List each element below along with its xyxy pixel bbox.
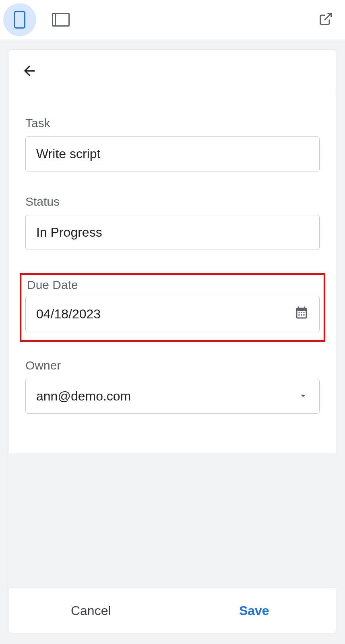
phone-icon [14,11,25,29]
device-toolbar [0,0,345,39]
task-field: Task Write script [25,116,320,171]
due-date-field-highlighted: Due Date 04/18/2023 [20,273,325,342]
due-date-input[interactable]: 04/18/2023 [25,296,320,332]
task-value: Write script [36,147,100,161]
owner-value: ann@demo.com [36,389,131,404]
toolbar-right-group [318,12,333,28]
app-header [9,50,336,92]
cancel-button[interactable]: Cancel [9,588,173,634]
status-field: Status In Progress [25,195,320,250]
footer-actions: Cancel Save [9,588,336,634]
owner-label: Owner [25,359,320,372]
task-input[interactable]: Write script [25,136,320,171]
owner-select[interactable]: ann@demo.com [25,379,320,414]
form-body: Task Write script Status In Progress Due… [9,92,336,453]
phone-view-button[interactable] [3,3,36,36]
task-label: Task [25,116,320,130]
chevron-down-icon [297,390,309,403]
spacer [9,453,336,588]
tablet-icon [52,13,70,27]
due-date-value: 04/18/2023 [36,307,101,322]
due-date-label: Due Date [27,278,320,292]
phone-screen: Task Write script Status In Progress Due… [9,50,336,634]
toolbar-left-group [3,3,77,36]
open-external-button[interactable] [318,12,333,28]
save-button[interactable]: Save [173,588,336,634]
svg-line-0 [324,14,331,21]
owner-field: Owner ann@demo.com [25,359,320,414]
back-button[interactable] [21,63,324,80]
status-input[interactable]: In Progress [25,215,320,250]
status-label: Status [25,195,320,208]
tablet-view-button[interactable] [44,3,77,36]
status-value: In Progress [36,225,102,240]
preview-container: Task Write script Status In Progress Due… [0,39,345,644]
calendar-icon [294,306,309,322]
